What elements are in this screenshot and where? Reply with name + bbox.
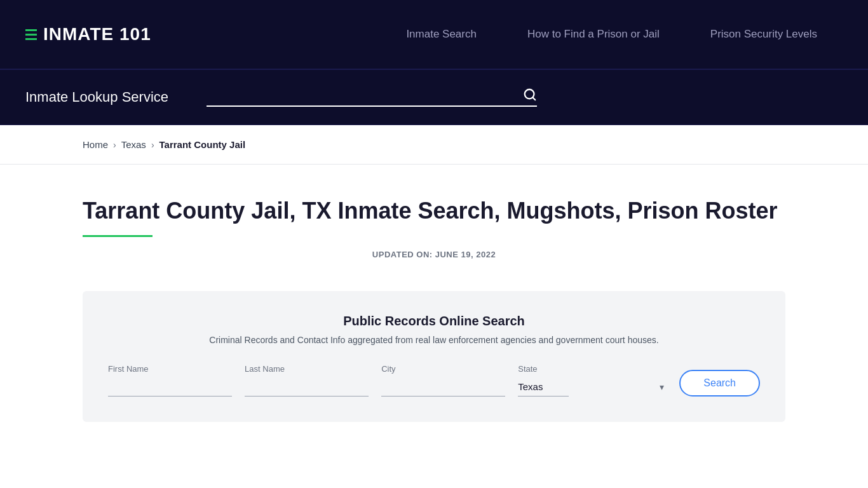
- last-name-field: Last Name: [245, 364, 369, 396]
- records-card: Public Records Online Search Criminal Re…: [83, 291, 785, 422]
- nav-link-inmate-search[interactable]: Inmate Search: [406, 28, 477, 41]
- search-input[interactable]: [207, 89, 523, 100]
- last-name-input[interactable]: [245, 377, 369, 396]
- records-card-title: Public Records Online Search: [108, 314, 760, 329]
- chevron-down-icon: ▾: [660, 382, 664, 392]
- nav-link-how-to-find[interactable]: How to Find a Prison or Jail: [527, 28, 660, 41]
- breadcrumb-separator-1: ›: [113, 140, 116, 150]
- first-name-field: First Name: [108, 364, 232, 396]
- city-field: City: [381, 364, 505, 396]
- first-name-label: First Name: [108, 364, 232, 374]
- last-name-label: Last Name: [245, 364, 369, 374]
- logo-area[interactable]: INMATE 101: [25, 24, 151, 44]
- records-form: First Name Last Name City State Texas: [108, 364, 760, 396]
- breadcrumb-home[interactable]: Home: [83, 139, 108, 150]
- records-card-description: Criminal Records and Contact Info aggreg…: [108, 335, 760, 345]
- first-name-input[interactable]: [108, 377, 232, 396]
- city-label: City: [381, 364, 505, 374]
- page-title: Tarrant County Jail, TX Inmate Search, M…: [83, 196, 785, 226]
- state-select[interactable]: Texas Alabama Alaska Arizona Arkansas Ca…: [518, 377, 569, 396]
- nav-links: Inmate Search How to Find a Prison or Ja…: [406, 28, 817, 41]
- breadcrumb-separator-2: ›: [151, 140, 154, 150]
- search-section-label: Inmate Lookup Service: [25, 89, 168, 105]
- search-input-wrapper: [207, 88, 537, 107]
- search-button[interactable]: Search: [679, 370, 760, 396]
- main-content: Tarrant County Jail, TX Inmate Search, M…: [0, 165, 868, 447]
- search-section: Inmate Lookup Service: [0, 70, 868, 125]
- top-navigation: INMATE 101 Inmate Search How to Find a P…: [0, 0, 868, 70]
- breadcrumb-current: Tarrant County Jail: [159, 139, 246, 150]
- search-icon: [523, 88, 537, 102]
- breadcrumb: Home › Texas › Tarrant County Jail: [0, 125, 868, 165]
- logo-text: INMATE 101: [43, 24, 151, 44]
- state-select-wrapper: Texas Alabama Alaska Arizona Arkansas Ca…: [518, 377, 667, 396]
- title-underline: [83, 235, 153, 237]
- city-input[interactable]: [381, 377, 505, 396]
- logo-bars-icon: [25, 29, 37, 40]
- search-submit-button[interactable]: [523, 88, 537, 102]
- breadcrumb-state[interactable]: Texas: [121, 139, 146, 150]
- state-field: State Texas Alabama Alaska Arizona Arkan…: [518, 364, 667, 396]
- updated-text: UPDATED ON: JUNE 19, 2022: [83, 250, 785, 259]
- state-label: State: [518, 364, 667, 374]
- svg-line-1: [532, 97, 535, 100]
- nav-link-security-levels[interactable]: Prison Security Levels: [710, 28, 817, 41]
